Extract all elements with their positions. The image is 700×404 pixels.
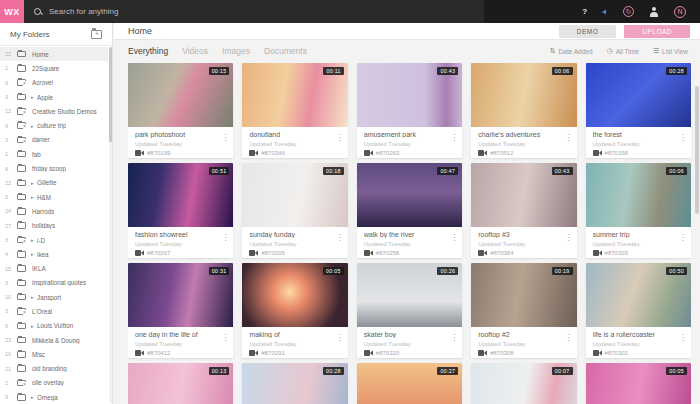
sidebar-folder-item[interactable]: 9 × Acrovel (0, 76, 108, 90)
card-menu-button[interactable]: ⋮ (565, 234, 573, 242)
sidebar-folder-item[interactable]: 27 × holidays (0, 219, 108, 233)
tab-videos[interactable]: Videos (182, 46, 208, 56)
card-menu-button[interactable]: ⋮ (221, 234, 229, 242)
video-thumbnail[interactable]: 00:19 (471, 263, 576, 327)
card-menu-button[interactable]: ⋮ (336, 234, 344, 242)
card-menu-button[interactable]: ⋮ (565, 334, 573, 342)
video-thumbnail[interactable]: 00:07 (471, 363, 576, 404)
expand-arrow-icon[interactable]: ▸ (31, 323, 36, 329)
demo-button[interactable]: DEMO (559, 25, 617, 38)
sidebar-folder-item[interactable]: 3 × ▸ i-D (0, 233, 108, 247)
video-thumbnail[interactable]: 00:28 (242, 363, 347, 404)
sidebar-folder-item[interactable]: 3 × inspirational quotes (0, 276, 108, 290)
sidebar-folder-item[interactable]: 5 × ▸ H&M (0, 190, 108, 204)
help-icon[interactable]: ? (582, 7, 587, 16)
expand-arrow-icon[interactable]: ▸ (31, 123, 36, 129)
expand-arrow-icon[interactable]: ▸ (31, 237, 36, 243)
card-menu-button[interactable]: ⋮ (679, 134, 687, 142)
card-menu-button[interactable]: ⋮ (450, 334, 458, 342)
video-thumbnail[interactable]: 00:05 (586, 363, 691, 404)
media-card[interactable]: 00:31 one day in the life of Updated Tue… (128, 263, 233, 358)
video-thumbnail[interactable]: 00:18 (242, 163, 347, 227)
media-card[interactable]: 00:07 ⋮ (471, 363, 576, 404)
video-thumbnail[interactable]: 00:11 (242, 63, 347, 127)
sidebar-folder-item[interactable]: 4 × ▸ ikea (0, 247, 108, 261)
wix-logo[interactable]: WX (0, 0, 24, 23)
video-thumbnail[interactable]: 00:50 (586, 263, 691, 327)
new-folder-icon[interactable] (91, 30, 102, 39)
sidebar-folder-item[interactable]: 10 × ▸ Jansport (0, 290, 108, 304)
sidebar-folder-item[interactable]: 3 × ▸ Apple (0, 90, 108, 104)
media-card[interactable]: 00:11 donutland Updated Tuesday #870346 … (242, 63, 347, 158)
sidebar-folder-item[interactable]: 15 × IKLA (0, 261, 108, 275)
card-menu-button[interactable]: ⋮ (450, 234, 458, 242)
sidebar-folder-item[interactable]: 1 × 22Square (0, 61, 108, 75)
media-card[interactable]: 00:05 ⋮ (586, 363, 691, 404)
expand-arrow-icon[interactable]: ▸ (31, 251, 36, 257)
media-card[interactable]: 00:06 charlie's adventures Updated Tuesd… (471, 63, 576, 158)
media-card[interactable]: 00:18 sunday funday Updated Tuesday #870… (242, 163, 347, 258)
search-input[interactable] (49, 7, 349, 16)
history-icon[interactable]: ↻ (623, 6, 634, 17)
video-thumbnail[interactable]: 00:06 (471, 63, 576, 127)
sidebar-folder-item[interactable]: 9 × ▸ Omega (0, 390, 108, 404)
card-menu-button[interactable]: ⋮ (221, 134, 229, 142)
media-card[interactable]: 00:51 fashion showreel Updated Tuesday #… (128, 163, 233, 258)
media-card[interactable]: 00:27 ⋮ (357, 363, 462, 404)
media-card[interactable]: 00:50 life is a rollercoaster Updated Tu… (586, 263, 691, 358)
card-menu-button[interactable]: ⋮ (221, 334, 229, 342)
search-bar[interactable] (24, 0, 484, 23)
tab-images[interactable]: Images (222, 46, 250, 56)
sidebar-folder-item[interactable]: 6 × friday scoop (0, 161, 108, 175)
video-thumbnail[interactable]: 00:43 (471, 163, 576, 227)
media-card[interactable]: 00:43 amusement park Updated Tuesday #87… (357, 63, 462, 158)
video-thumbnail[interactable]: 00:51 (128, 163, 233, 227)
sidebar-folder-item[interactable]: 6 × ▸ Louis Vuitton (0, 319, 108, 333)
sidebar-folder-item[interactable]: 3 × L'Oreal (0, 304, 108, 318)
sidebar-folder-item[interactable]: 22 × ▸ Gillette (0, 176, 108, 190)
avatar-badge[interactable]: N (674, 6, 686, 18)
video-thumbnail[interactable]: 00:05 (242, 263, 347, 327)
media-card[interactable]: 00:13 ⋮ (128, 363, 233, 404)
tab-everything[interactable]: Everything (128, 46, 168, 56)
expand-arrow-icon[interactable]: ▸ (31, 94, 36, 100)
expand-arrow-icon[interactable]: ▸ (31, 180, 36, 186)
cursor-pointer-icon[interactable]: ➤ (600, 7, 610, 16)
media-card[interactable]: 00:47 walk by the river Updated Tuesday … (357, 163, 462, 258)
user-icon[interactable] (649, 7, 659, 17)
expand-arrow-icon[interactable]: ▸ (31, 394, 36, 400)
video-thumbnail[interactable]: 00:43 (357, 63, 462, 127)
media-card[interactable]: 00:15 park photoshoot Updated Tuesday #8… (128, 63, 233, 158)
sidebar-folder-item[interactable]: 9 × ▸ culture trip (0, 118, 108, 132)
media-card[interactable]: 00:05 making of Updated Tuesday #870291 … (242, 263, 347, 358)
sidebar-folder-item[interactable]: 10 × Misc (0, 347, 108, 361)
sidebar-folder-item[interactable]: 23 × Mikkela & Doung (0, 333, 108, 347)
sidebar-folder-item[interactable]: 22 × Home (0, 47, 108, 61)
card-menu-button[interactable]: ⋮ (450, 134, 458, 142)
video-thumbnail[interactable]: 00:15 (128, 63, 233, 127)
video-thumbnail[interactable]: 00:06 (586, 163, 691, 227)
media-card[interactable]: 00:28 the forest Updated Tuesday #870158… (586, 63, 691, 158)
sidebar-folder-item[interactable]: 12 × Creative Studio Demos (0, 104, 108, 118)
video-thumbnail[interactable]: 00:27 (357, 363, 462, 404)
tab-documents[interactable]: Documents (264, 46, 307, 56)
time-range-filter[interactable]: ◷All Time (607, 47, 639, 55)
media-card[interactable]: 00:43 rooftop #3 Updated Tuesday #870364… (471, 163, 576, 258)
sidebar-scrollbar[interactable] (109, 47, 112, 403)
sidebar-folder-item[interactable]: 3 × danier (0, 133, 108, 147)
card-menu-button[interactable]: ⋮ (336, 334, 344, 342)
video-thumbnail[interactable]: 00:26 (357, 263, 462, 327)
media-card[interactable]: 00:26 skater boy Updated Tuesday #870320… (357, 263, 462, 358)
sidebar-scroll-thumb[interactable] (109, 47, 112, 142)
main-scrollbar[interactable] (695, 86, 699, 214)
video-thumbnail[interactable]: 00:31 (128, 263, 233, 327)
card-menu-button[interactable]: ⋮ (565, 134, 573, 142)
sidebar-folder-item[interactable]: 2 × olle overlay (0, 376, 108, 390)
view-toggle[interactable]: ☰List View (653, 47, 688, 55)
expand-arrow-icon[interactable]: ▸ (31, 294, 36, 300)
media-card[interactable]: 00:06 summer trip Updated Tuesday #87030… (586, 163, 691, 258)
card-menu-button[interactable]: ⋮ (336, 134, 344, 142)
video-thumbnail[interactable]: 00:13 (128, 363, 233, 404)
card-menu-button[interactable]: ⋮ (679, 234, 687, 242)
sidebar-folder-item[interactable]: 24 × Harrods (0, 204, 108, 218)
